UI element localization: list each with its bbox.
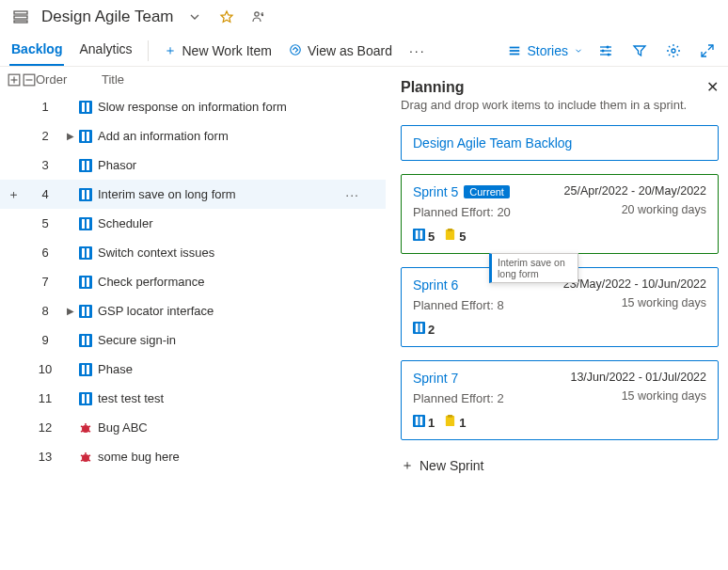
backlog-row[interactable]: ＋11test test test···: [0, 384, 386, 413]
work-item-title[interactable]: some bug here: [98, 450, 180, 464]
backlog-row[interactable]: ＋1Slow response on information form···: [0, 92, 386, 121]
sprint-card[interactable]: Sprint 713/Jun/2022 - 01/Jul/2022Planned…: [401, 360, 719, 440]
work-item-title[interactable]: Secure sign-in: [98, 333, 176, 347]
working-days: 15 working days: [622, 389, 706, 403]
work-item-title[interactable]: GSP locator interface: [98, 304, 214, 318]
work-item-title[interactable]: Check performance: [98, 275, 204, 289]
feature-icon: [77, 159, 94, 172]
tab-backlog[interactable]: Backlog: [9, 36, 64, 66]
work-item-title[interactable]: Add an information form: [98, 129, 229, 143]
backlog-row[interactable]: ＋13some bug here···: [0, 442, 386, 471]
svg-point-18: [291, 44, 301, 55]
svg-rect-21: [510, 54, 520, 55]
new-work-item-button[interactable]: ＋ New Work Item: [162, 39, 274, 63]
drag-ghost: Interim save on long form: [489, 253, 578, 283]
backlog-pane: Order Title ＋1Slow response on informati…: [0, 67, 386, 552]
feature-icon: [77, 305, 94, 318]
board-icon: [289, 43, 302, 59]
order-number: 7: [26, 275, 64, 289]
annotation-arrow: [0, 552, 728, 570]
bug-icon: [77, 421, 94, 435]
column-title: Title: [102, 72, 124, 87]
order-number: 8: [26, 304, 64, 318]
sprint-name[interactable]: Sprint 5: [413, 184, 458, 199]
expand-all-icon[interactable]: [8, 73, 21, 87]
backlog-hub-icon: [9, 6, 32, 28]
feature-icon: [77, 276, 94, 289]
order-number: 3: [26, 158, 64, 172]
feature-icon: [77, 392, 94, 405]
backlog-row[interactable]: ＋3Phasor···: [0, 150, 386, 180]
order-number: 5: [26, 216, 64, 230]
svg-point-14: [254, 12, 258, 16]
expand-caret[interactable]: ▶: [64, 131, 77, 141]
backlog-row[interactable]: ＋10Phase···: [0, 355, 386, 384]
work-item-title[interactable]: Scheduler: [98, 216, 153, 230]
order-number: 12: [26, 420, 64, 435]
svg-line-30: [702, 52, 706, 56]
backlog-row[interactable]: ＋2▶Add an information form···: [0, 121, 386, 150]
svg-rect-20: [510, 50, 520, 52]
sprint-name[interactable]: Sprint 6: [413, 277, 458, 293]
task-count: 5: [444, 229, 466, 244]
order-number: 2: [26, 129, 64, 143]
backlog-row[interactable]: ＋9Secure sign-in···: [0, 325, 386, 355]
svg-point-27: [608, 54, 610, 56]
feature-count: 1: [413, 415, 435, 430]
feature-icon: [77, 101, 94, 114]
svg-rect-19: [510, 47, 520, 49]
sprint-dates: 25/Apr/2022 - 20/May/2022: [564, 184, 707, 198]
backlog-level-dropdown[interactable]: Stories: [508, 43, 583, 58]
backlog-row[interactable]: ＋4Interim save on long form···: [0, 180, 386, 209]
expand-caret[interactable]: ▶: [64, 306, 77, 316]
collapse-all-icon[interactable]: [23, 73, 36, 87]
add-child-icon[interactable]: ＋: [8, 186, 26, 203]
filter-icon[interactable]: [628, 40, 651, 62]
page-title: Design Agile Team: [41, 8, 174, 26]
order-number: 9: [26, 333, 64, 347]
svg-point-15: [261, 14, 262, 16]
work-item-title[interactable]: Switch context issues: [98, 245, 214, 260]
backlog-row[interactable]: ＋7Check performance···: [0, 267, 386, 296]
favorite-star-icon[interactable]: [215, 6, 238, 28]
sprint-name[interactable]: Sprint 7: [413, 371, 458, 386]
svg-rect-13: [14, 21, 27, 23]
work-item-title[interactable]: test test test: [98, 391, 164, 405]
work-item-title[interactable]: Bug ABC: [98, 420, 148, 435]
backlog-card-title: Design Agile Team Backlog: [413, 135, 572, 150]
new-sprint-button[interactable]: ＋ New Sprint: [401, 457, 719, 474]
sprint-card[interactable]: Sprint 5Current25/Apr/2022 - 20/May/2022…: [401, 174, 719, 254]
sprint-dates: 13/Jun/2022 - 01/Jul/2022: [570, 371, 706, 384]
work-item-title[interactable]: Slow response on information form: [98, 100, 287, 114]
plus-icon: ＋: [401, 457, 414, 474]
view-as-board-button[interactable]: View as Board: [287, 40, 394, 63]
plus-icon: ＋: [164, 42, 177, 59]
feature-icon: [77, 334, 94, 347]
work-item-title[interactable]: Phasor: [98, 158, 136, 172]
order-number: 11: [26, 391, 64, 405]
work-item-title[interactable]: Phase: [98, 362, 133, 376]
row-context-menu[interactable]: ···: [345, 187, 359, 202]
svg-point-25: [607, 46, 609, 49]
backlog-row[interactable]: ＋6Switch context issues···: [0, 238, 386, 267]
working-days: 20 working days: [622, 203, 706, 216]
settings-gear-icon[interactable]: [662, 40, 685, 62]
planning-pane: Planning ✕ Drag and drop work items to i…: [386, 67, 728, 552]
backlog-row[interactable]: ＋12Bug ABC···: [0, 413, 386, 442]
team-members-icon[interactable]: [247, 6, 270, 28]
view-options-icon[interactable]: [594, 40, 617, 62]
backlog-row[interactable]: ＋5Scheduler···: [0, 209, 386, 238]
work-item-title[interactable]: Interim save on long form: [98, 187, 236, 201]
team-dropdown[interactable]: [183, 6, 206, 28]
svg-line-29: [708, 45, 713, 50]
close-planning-icon[interactable]: ✕: [706, 78, 719, 96]
backlog-row[interactable]: ＋8▶GSP locator interface···: [0, 296, 386, 325]
more-actions[interactable]: ···: [407, 40, 428, 62]
tab-analytics[interactable]: Analytics: [77, 36, 134, 66]
fullscreen-icon[interactable]: [696, 40, 719, 62]
backlog-card[interactable]: Design Agile Team Backlog: [401, 125, 719, 161]
feature-icon: [77, 363, 94, 376]
task-count: 1: [444, 415, 466, 430]
sprint-dates: 23/May/2022 - 10/Jun/2022: [563, 277, 706, 291]
order-number: 1: [26, 100, 64, 114]
